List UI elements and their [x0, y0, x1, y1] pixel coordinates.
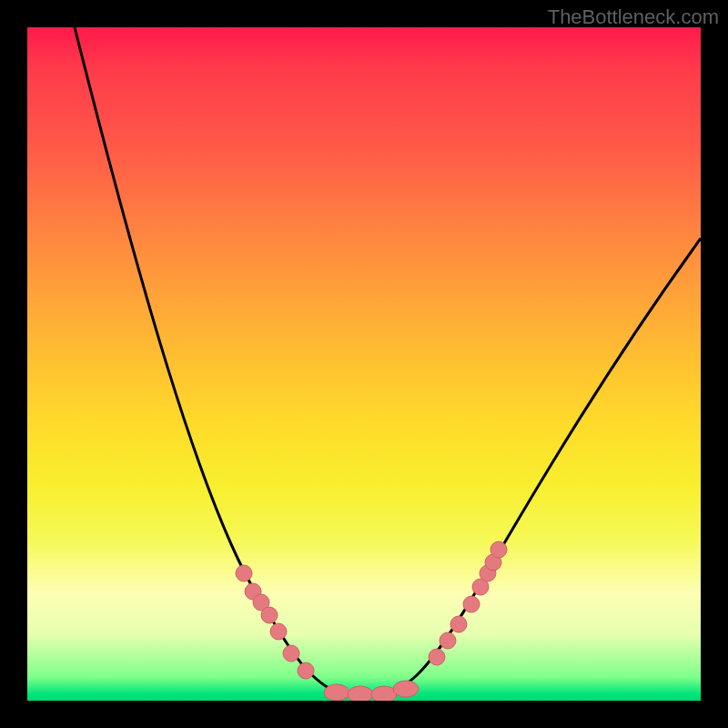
plot-area [27, 27, 701, 701]
data-marker [236, 565, 252, 581]
data-marker [298, 662, 314, 679]
data-marker [490, 541, 507, 558]
chart-svg [27, 27, 701, 701]
chart-frame: TheBottleneck.com [0, 0, 728, 728]
data-marker [261, 607, 278, 623]
data-marker [463, 596, 480, 612]
data-marker-bottom [348, 686, 373, 701]
data-markers [236, 541, 507, 701]
data-marker [440, 632, 456, 649]
data-marker-bottom [393, 681, 419, 697]
data-marker [283, 645, 299, 662]
data-marker-bottom [324, 684, 349, 701]
data-marker [270, 623, 287, 640]
watermark-text: TheBottleneck.com [548, 5, 719, 29]
bottleneck-curve [75, 27, 701, 695]
data-marker [429, 649, 445, 665]
data-marker [450, 616, 467, 632]
